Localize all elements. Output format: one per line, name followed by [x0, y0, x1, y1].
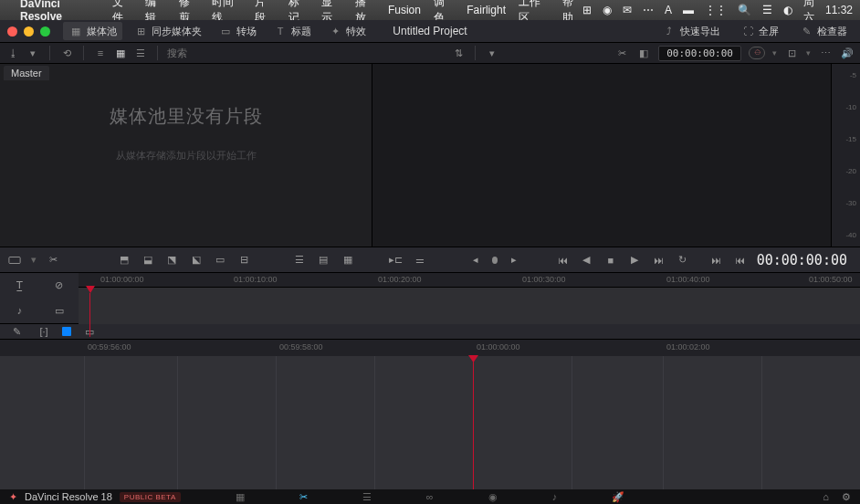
page-fusion-icon[interactable]: ∞: [426, 491, 434, 502]
video-track-icon[interactable]: ▭: [50, 301, 68, 320]
place-icon[interactable]: ▭: [213, 251, 227, 269]
safe-area-icon[interactable]: ⊡: [784, 46, 799, 60]
quick-export-button[interactable]: ⤴ 快速导出: [656, 22, 726, 40]
menu-fusion[interactable]: Fusion: [388, 4, 421, 16]
inspector-button[interactable]: ✎ 检查器: [793, 22, 853, 40]
quick-export-label: 快速导出: [680, 25, 720, 38]
tool-a-icon[interactable]: ☰: [292, 251, 307, 269]
lower-timeline-track[interactable]: [0, 356, 860, 489]
page-fairlight-icon[interactable]: ♪: [552, 491, 558, 502]
home-icon[interactable]: ⌂: [823, 491, 829, 503]
bypass-button[interactable]: ⦵: [749, 47, 765, 59]
tool-b-icon[interactable]: ▤: [316, 251, 330, 269]
tools-icon[interactable]: ✂: [614, 46, 629, 60]
trim-mode-icon[interactable]: ▸⊏: [388, 251, 403, 269]
edit-index-icon[interactable]: ✎: [7, 322, 26, 341]
status-icon[interactable]: ⊞: [582, 4, 592, 16]
audio-track-icon[interactable]: ♪: [11, 301, 29, 320]
zoom-button[interactable]: [40, 26, 50, 37]
boring-detector-icon[interactable]: [7, 251, 22, 269]
jump-out-icon[interactable]: ⏮: [732, 251, 747, 269]
minimize-button[interactable]: [24, 26, 34, 37]
viewer-timecode[interactable]: 00:00:00:00: [658, 46, 741, 61]
next-edit-icon[interactable]: ▸: [507, 251, 521, 269]
audio-meter: -5 -10 -15 -20 -30 -40: [831, 64, 860, 247]
bracket-icon[interactable]: [·]: [35, 322, 53, 341]
view-list-icon[interactable]: ☰: [133, 46, 148, 60]
snap-toggle[interactable]: [62, 327, 71, 336]
siri-icon[interactable]: ◐: [783, 4, 792, 16]
view-strip-icon[interactable]: ≡: [93, 46, 108, 60]
status-icon[interactable]: ◉: [603, 4, 612, 16]
upper-timeline-track[interactable]: 01:00:00:00 01:00:10:00 01:00:20:00 01:0…: [79, 273, 860, 323]
close-button[interactable]: [7, 26, 17, 37]
wechat-icon[interactable]: ✉: [623, 4, 632, 16]
inspector-icon: ✎: [799, 24, 813, 38]
lower-playhead[interactable]: [473, 356, 474, 489]
tab-effects[interactable]: ✦ 特效: [322, 22, 372, 40]
lower-ruler[interactable]: 00:59:56:00 00:59:58:00 01:00:00:00 01:0…: [0, 340, 860, 356]
page-deliver-icon[interactable]: 🚀: [612, 491, 624, 503]
clock-time[interactable]: 11:32: [825, 4, 853, 16]
menu-fairlight[interactable]: Fairlight: [467, 4, 506, 16]
options-icon[interactable]: ⋯: [818, 46, 833, 60]
page-color-icon[interactable]: ◉: [488, 491, 498, 503]
upper-ruler[interactable]: 01:00:00:00 01:00:10:00 01:00:20:00 01:0…: [79, 273, 860, 288]
meter-tick: -5: [845, 71, 856, 79]
jump-in-icon[interactable]: ⏭: [708, 251, 723, 269]
svg-rect-0: [9, 257, 20, 263]
closeup-icon[interactable]: ⬕: [188, 251, 203, 269]
track-lock-icon[interactable]: T̲: [11, 277, 29, 295]
wifi-icon[interactable]: ⋮⋮: [705, 4, 727, 16]
search-input[interactable]: [167, 47, 293, 58]
ruler-tick: 01:00:30:00: [522, 275, 566, 284]
battery-icon[interactable]: ▬: [683, 4, 694, 16]
sync-icon[interactable]: ⟲: [59, 46, 74, 60]
timeline-dropdown-icon[interactable]: ▾: [485, 46, 499, 60]
control-center-icon[interactable]: ☰: [762, 4, 772, 16]
import-icon[interactable]: ⭳: [5, 46, 20, 60]
stop-icon[interactable]: ■: [603, 251, 618, 269]
page-media-icon[interactable]: ▦: [236, 491, 245, 503]
sort-icon[interactable]: ⇅: [451, 46, 466, 60]
transport-bar: ▾ ✂ ⬒ ⬓ ⬔ ⬕ ▭ ⊟ ☰ ▤ ▦ ▸⊏ ⚌ ◂ ▸ ⏮ ◀ ■ ▶ ⏭…: [0, 247, 860, 272]
page-edit-icon[interactable]: ☰: [362, 491, 372, 503]
tab-transitions[interactable]: ▭ 转场: [213, 22, 262, 40]
fullscreen-button[interactable]: ⛶ 全屏: [735, 22, 784, 40]
tool-c-icon[interactable]: ▦: [341, 251, 355, 269]
project-title: Untitled Project: [393, 25, 467, 37]
upper-playhead[interactable]: [86, 286, 95, 337]
prev-edit-icon[interactable]: ◂: [467, 251, 482, 269]
tab-titles[interactable]: T 标题: [267, 22, 317, 40]
append-icon[interactable]: ⬓: [141, 251, 155, 269]
dropdown-icon[interactable]: ▾: [26, 46, 40, 60]
reverse-icon[interactable]: ◀: [579, 251, 593, 269]
record-icon[interactable]: [492, 257, 498, 264]
volume-icon[interactable]: 🔊: [840, 46, 855, 60]
meter-tick: -30: [845, 199, 856, 207]
go-end-icon[interactable]: ⏭: [651, 251, 666, 269]
sliders-icon[interactable]: ⚌: [413, 251, 427, 269]
play-icon[interactable]: ▶: [627, 251, 642, 269]
viewer-panel[interactable]: [372, 64, 831, 247]
go-start-icon[interactable]: ⏮: [555, 251, 570, 269]
track-mute-icon[interactable]: ⊘: [50, 277, 68, 295]
source-ovr-icon[interactable]: ⊟: [236, 251, 251, 269]
spotlight-icon[interactable]: 🔍: [738, 4, 751, 16]
input-icon[interactable]: A: [665, 4, 672, 16]
tab-mediapool[interactable]: ▦ 媒体池: [63, 22, 122, 40]
settings-icon[interactable]: ⚙: [842, 491, 851, 503]
smart-insert-icon[interactable]: ⬒: [116, 251, 131, 269]
scissors-icon[interactable]: ✂: [46, 251, 60, 269]
window-controls: [7, 26, 50, 37]
macos-menubar: DaVinci Resolve 文件 编辑 修剪 时间线 片段 标记 显示 播放…: [0, 0, 860, 20]
status-dot-icon[interactable]: ⋯: [643, 4, 654, 16]
bin-master[interactable]: Master: [4, 66, 49, 80]
view-thumb-icon[interactable]: ▦: [113, 46, 128, 60]
tab-syncbin[interactable]: ⊞ 同步媒体夹: [128, 22, 207, 40]
master-timecode[interactable]: 00:00:00:00: [757, 252, 853, 268]
ripple-icon[interactable]: ⬔: [164, 251, 179, 269]
page-cut-icon[interactable]: ✂: [299, 491, 308, 503]
loop-icon[interactable]: ↻: [676, 251, 690, 269]
marker-icon[interactable]: ◧: [636, 46, 651, 60]
